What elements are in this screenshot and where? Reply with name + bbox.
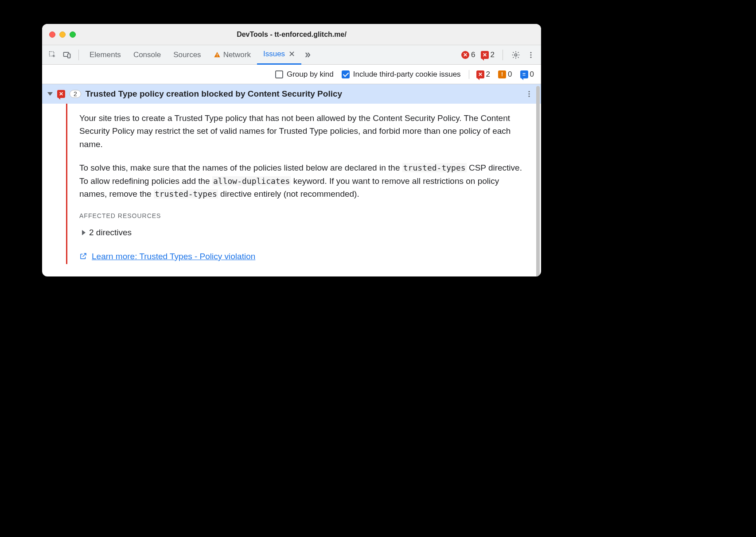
svg-point-6 xyxy=(530,52,532,53)
directives-disclosure[interactable]: 2 directives xyxy=(82,226,523,239)
checkbox-icon xyxy=(275,70,283,78)
issue-description-2: To solve this, make sure that the names … xyxy=(79,161,523,200)
error-chat-icon: ✕ xyxy=(481,51,489,59)
svg-point-5 xyxy=(514,54,517,56)
learn-more-text: Learn more: Trusted Types - Policy viola… xyxy=(92,250,255,263)
titlebar: DevTools - tt-enforced.glitch.me/ xyxy=(42,24,541,45)
svg-rect-4 xyxy=(217,56,217,56)
svg-point-8 xyxy=(530,56,532,58)
issue-menu-button[interactable] xyxy=(522,87,536,101)
code-trusted-types: trusted-types xyxy=(402,163,467,172)
svg-point-10 xyxy=(529,93,530,95)
settings-button[interactable] xyxy=(509,48,522,62)
tab-label: Elements xyxy=(90,51,121,59)
directives-count: 2 directives xyxy=(89,226,132,239)
issue-header[interactable]: ✕ 2 Trusted Type policy creation blocked… xyxy=(42,84,541,104)
window-title: DevTools - tt-enforced.glitch.me/ xyxy=(42,31,541,39)
menu-button[interactable] xyxy=(524,48,538,62)
count: 0 xyxy=(508,70,512,79)
minimize-window-button[interactable] xyxy=(59,31,66,38)
checkbox-label: Include third-party cookie issues xyxy=(353,70,461,79)
warning-icon xyxy=(214,51,221,58)
maximize-window-button[interactable] xyxy=(70,31,76,38)
code-trusted-types-2: trusted-types xyxy=(154,189,218,198)
close-window-button[interactable] xyxy=(49,31,55,38)
learn-more-link[interactable]: Learn more: Trusted Types - Policy viola… xyxy=(79,250,255,263)
svg-point-7 xyxy=(530,54,532,55)
severity-indicator xyxy=(66,104,67,264)
issue-description-1: Your site tries to create a Trusted Type… xyxy=(79,112,523,151)
tabs-right-group: ✕ 6 ✕ 2 xyxy=(460,48,538,62)
issue-body: Your site tries to create a Trusted Type… xyxy=(42,104,541,264)
traffic-lights xyxy=(42,31,76,38)
tabs-bar: Elements Console Sources Network Issues … xyxy=(42,45,541,65)
third-party-checkbox[interactable]: Include third-party cookie issues xyxy=(342,70,461,79)
tab-elements[interactable]: Elements xyxy=(83,45,127,65)
expand-toggle-icon xyxy=(47,92,53,96)
warning-bang-icon: ! xyxy=(498,70,506,78)
svg-point-9 xyxy=(529,91,530,92)
tab-console[interactable]: Console xyxy=(127,45,167,65)
group-by-kind-checkbox[interactable]: Group by kind xyxy=(275,70,334,79)
error-chat-icon: ✕ xyxy=(57,90,65,98)
filter-info[interactable]: = 0 xyxy=(520,70,534,79)
tab-label: Network xyxy=(223,51,251,59)
checkbox-checked-icon xyxy=(342,70,350,78)
tab-label: Issues xyxy=(263,50,285,58)
tab-issues[interactable]: Issues ✕ xyxy=(257,45,301,65)
error-count: 6 xyxy=(471,51,475,59)
tab-label: Sources xyxy=(173,51,201,59)
issue-occurrence-count: 2 xyxy=(70,90,81,98)
open-external-icon xyxy=(79,252,87,260)
inspect-element-icon[interactable] xyxy=(47,49,59,61)
devtools-window: DevTools - tt-enforced.glitch.me/ Elemen… xyxy=(42,24,541,276)
count: 0 xyxy=(530,70,534,79)
issue-error-count: 2 xyxy=(491,51,495,59)
device-toolbar-icon[interactable] xyxy=(61,49,73,61)
chevron-right-icon xyxy=(82,230,86,235)
issues-filter-bar: Group by kind Include third-party cookie… xyxy=(42,65,541,84)
tabs-left-group: Elements Console Sources Network Issues … xyxy=(46,45,314,65)
info-chat-icon: = xyxy=(520,70,528,78)
tab-sources[interactable]: Sources xyxy=(167,45,207,65)
count: 2 xyxy=(486,70,490,79)
close-tab-icon[interactable]: ✕ xyxy=(288,49,295,59)
error-circle-icon: ✕ xyxy=(461,51,469,59)
error-chat-icon: ✕ xyxy=(476,70,484,78)
issue-counts: ✕ 2 ! 0 = 0 xyxy=(469,70,536,79)
issues-errors-badge[interactable]: ✕ 2 xyxy=(481,51,495,59)
console-errors-badge[interactable]: ✕ 6 xyxy=(461,51,475,59)
filter-warnings[interactable]: ! 0 xyxy=(498,70,512,79)
affected-resources-label: AFFECTED RESOURCES xyxy=(79,211,523,221)
tab-label: Console xyxy=(133,51,161,59)
svg-point-11 xyxy=(529,96,530,97)
tab-network[interactable]: Network xyxy=(207,45,257,65)
svg-rect-2 xyxy=(68,54,70,58)
checkbox-label: Group by kind xyxy=(287,70,334,79)
filter-errors[interactable]: ✕ 2 xyxy=(476,70,490,79)
more-tabs-button[interactable] xyxy=(301,51,314,59)
code-allow-duplicates: allow-duplicates xyxy=(212,176,291,186)
issue-title: Trusted Type policy creation blocked by … xyxy=(86,89,342,99)
svg-rect-3 xyxy=(217,54,217,55)
divider xyxy=(503,50,503,60)
divider xyxy=(78,50,79,60)
issues-pane: ✕ 2 Trusted Type policy creation blocked… xyxy=(42,84,541,276)
